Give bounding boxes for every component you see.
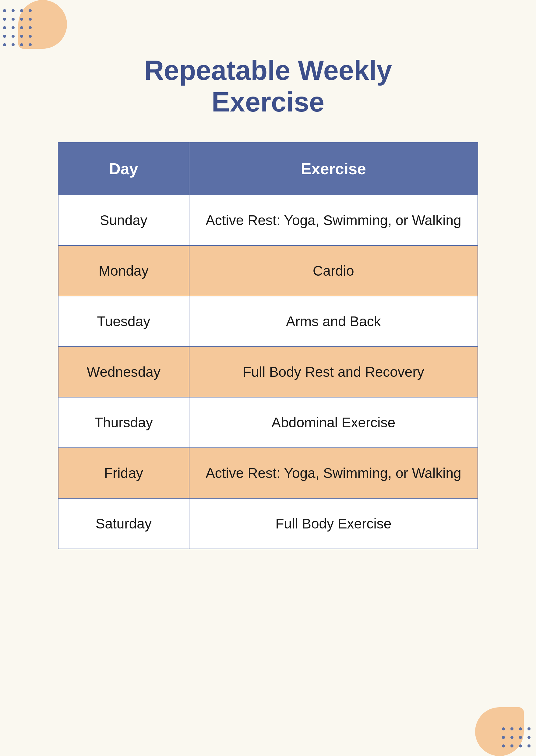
exercise-cell: Full Body Exercise	[189, 498, 478, 549]
table-row: MondayCardio	[58, 246, 478, 296]
exercise-cell: Active Rest: Yoga, Swimming, or Walking	[189, 195, 478, 246]
day-cell: Wednesday	[58, 347, 189, 397]
table-row: ThursdayAbdominal Exercise	[58, 397, 478, 448]
exercise-cell: Abdominal Exercise	[189, 397, 478, 448]
schedule-table: Day Exercise SundayActive Rest: Yoga, Sw…	[58, 142, 478, 549]
exercise-cell: Active Rest: Yoga, Swimming, or Walking	[189, 448, 478, 498]
day-cell: Tuesday	[58, 296, 189, 347]
table-row: SundayActive Rest: Yoga, Swimming, or Wa…	[58, 195, 478, 246]
table-header-row: Day Exercise	[58, 143, 478, 195]
day-column-header: Day	[58, 143, 189, 195]
table-row: FridayActive Rest: Yoga, Swimming, or Wa…	[58, 448, 478, 498]
day-cell: Monday	[58, 246, 189, 296]
exercise-cell: Cardio	[189, 246, 478, 296]
exercise-cell: Full Body Rest and Recovery	[189, 347, 478, 397]
day-cell: Sunday	[58, 195, 189, 246]
table-row: TuesdayArms and Back	[58, 296, 478, 347]
exercise-cell: Arms and Back	[189, 296, 478, 347]
day-cell: Friday	[58, 448, 189, 498]
day-cell: Thursday	[58, 397, 189, 448]
table-row: WednesdayFull Body Rest and Recovery	[58, 347, 478, 397]
table-row: SaturdayFull Body Exercise	[58, 498, 478, 549]
day-cell: Saturday	[58, 498, 189, 549]
page-title: Repeatable Weekly Exercise	[144, 55, 392, 118]
main-content: Repeatable Weekly Exercise Day Exercise …	[0, 0, 536, 756]
exercise-column-header: Exercise	[189, 143, 478, 195]
